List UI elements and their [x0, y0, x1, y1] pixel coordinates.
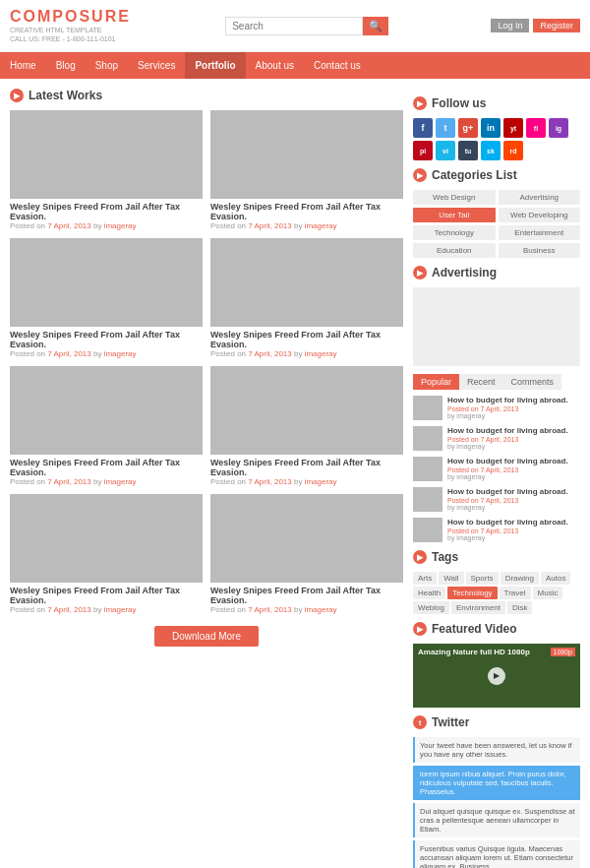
nav-services[interactable]: Services [128, 52, 185, 79]
twitter-icon[interactable]: t [436, 118, 455, 138]
tab-recent[interactable]: Recent [459, 374, 503, 390]
nav-about[interactable]: About us [246, 52, 304, 79]
tag-music[interactable]: Music [533, 587, 563, 599]
follow-title: Follow us [432, 96, 486, 110]
work-meta: Posted on 7 April, 2013 by imageray [210, 349, 403, 358]
list-item: How to budget for living abroad. Posted … [413, 426, 580, 451]
work-thumbnail[interactable] [10, 110, 203, 199]
login-button[interactable]: Log In [491, 19, 529, 32]
main-content: ▶ Latest Works Wesley Snipes Freed From … [0, 79, 590, 868]
post-date: Posted on 7 April, 2013 [447, 405, 568, 412]
work-title: Wesley Snipes Freed From Jail After Tax … [10, 458, 203, 477]
pinterest-icon[interactable]: pi [413, 141, 433, 160]
nav-shop[interactable]: Shop [86, 52, 128, 79]
work-thumbnail[interactable] [210, 366, 403, 455]
linkedin-icon[interactable]: in [481, 118, 501, 138]
work-title: Wesley Snipes Freed From Jail After Tax … [210, 586, 403, 605]
search-input[interactable] [225, 17, 363, 35]
register-button[interactable]: Register [533, 19, 580, 32]
flickr-icon[interactable]: fl [526, 118, 546, 138]
category-web-developing[interactable]: Web Developing [499, 208, 581, 222]
post-thumbnail [413, 518, 442, 542]
advertising-section-title: ▶ Advertising [413, 266, 580, 279]
work-meta: Posted on 7 April, 2013 by imageray [10, 221, 203, 230]
reddit-icon[interactable]: rd [503, 141, 523, 160]
post-info: How to budget for living abroad. Posted … [447, 426, 568, 450]
skype-icon[interactable]: sk [481, 141, 501, 160]
tags-list: Arts Wall Sports Drawing Autos Health Te… [413, 572, 580, 614]
nav-portfolio[interactable]: Portfolio [185, 52, 245, 79]
work-date: 7 April, 2013 [248, 221, 291, 230]
tag-health[interactable]: Health [413, 587, 445, 599]
work-title: Wesley Snipes Freed From Jail After Tax … [210, 458, 403, 477]
category-web-design[interactable]: Web Design [413, 190, 496, 205]
work-meta: Posted on 7 April, 2013 by imageray [210, 477, 403, 486]
category-business[interactable]: Business [499, 243, 581, 258]
tab-comments[interactable]: Comments [503, 374, 562, 390]
tag-weblog[interactable]: Weblog [413, 601, 449, 614]
tag-environment[interactable]: Environment [451, 601, 505, 614]
tab-popular[interactable]: Popular [413, 374, 459, 390]
tags-icon: ▶ [413, 550, 427, 564]
work-author: imageray [104, 221, 137, 230]
work-author: imageray [305, 477, 337, 486]
work-thumbnail[interactable] [10, 494, 203, 583]
tumblr-icon[interactable]: tu [458, 141, 478, 160]
category-entertainment[interactable]: Entertainment [499, 225, 581, 240]
work-date: 7 April, 2013 [47, 605, 90, 614]
tag-travel[interactable]: Travel [500, 587, 531, 599]
category-user-tail[interactable]: User Tail [413, 208, 496, 222]
search-button[interactable]: 🔍 [363, 17, 388, 35]
post-date: Posted on 7 April, 2013 [447, 436, 568, 443]
work-title: Wesley Snipes Freed From Jail After Tax … [210, 202, 403, 221]
tag-wall[interactable]: Wall [439, 572, 463, 585]
nav-blog[interactable]: Blog [46, 52, 86, 79]
youtube-icon[interactable]: yt [503, 118, 523, 138]
tag-drawing[interactable]: Drawing [501, 572, 539, 585]
tag-sports[interactable]: Sports [466, 572, 499, 585]
work-thumbnail[interactable] [210, 238, 403, 327]
work-author: imageray [104, 477, 137, 486]
video-section-title: ▶ Featured Video [413, 622, 580, 636]
tag-autos[interactable]: Autos [541, 572, 570, 585]
work-date: 7 April, 2013 [47, 221, 90, 230]
work-author: imageray [305, 349, 337, 358]
post-author: by imageray [447, 504, 568, 511]
work-thumbnail[interactable] [210, 110, 403, 199]
work-item: Wesley Snipes Freed From Jail After Tax … [210, 110, 403, 230]
work-thumbnail[interactable] [10, 366, 203, 455]
tag-disk[interactable]: Disk [507, 601, 533, 614]
post-date: Posted on 7 April, 2013 [447, 527, 568, 534]
vimeo-icon[interactable]: vi [436, 141, 455, 160]
nav-contact[interactable]: Contact us [304, 52, 371, 79]
work-thumbnail[interactable] [210, 494, 403, 583]
work-thumbnail[interactable] [10, 238, 203, 327]
follow-icon: ▶ [413, 96, 427, 110]
facebook-icon[interactable]: f [413, 118, 433, 138]
categories-icon: ▶ [413, 168, 427, 182]
post-author: by imageray [447, 473, 568, 480]
nav-home[interactable]: Home [0, 52, 46, 79]
work-author: imageray [104, 605, 137, 614]
categories-list: Web Design Advertising User Tail Web Dev… [413, 190, 580, 258]
featured-video-box[interactable]: Amazing Nature full HD 1080p 1080p ▶ [413, 644, 580, 708]
post-thumbnail [413, 396, 442, 420]
twitter-feed: Your tweet have been answered, let us kn… [413, 737, 580, 868]
tag-technology[interactable]: Technology [447, 587, 497, 599]
categories-grid: Web Design Advertising User Tail Web Dev… [413, 190, 580, 258]
category-advertising[interactable]: Advertising [499, 190, 581, 205]
category-education[interactable]: Education [413, 243, 496, 258]
googleplus-icon[interactable]: g+ [458, 118, 478, 138]
category-technology[interactable]: Technology [413, 225, 496, 240]
work-meta: Posted on 7 April, 2013 by imageray [210, 221, 403, 230]
post-date: Posted on 7 April, 2013 [447, 466, 568, 473]
post-author: by imageray [447, 534, 568, 541]
download-more-button[interactable]: Download More [154, 626, 259, 647]
post-title: How to budget for living abroad. [447, 487, 568, 496]
play-button[interactable]: ▶ [488, 667, 505, 685]
work-meta: Posted on 7 April, 2013 by imageray [10, 349, 203, 358]
work-title: Wesley Snipes Freed From Jail After Tax … [210, 330, 403, 349]
tag-arts[interactable]: Arts [413, 572, 437, 585]
header: COMPOSURE CREATIVE HTML TEMPLATE CALL US… [0, 0, 590, 52]
instagram-icon[interactable]: ig [549, 118, 568, 138]
